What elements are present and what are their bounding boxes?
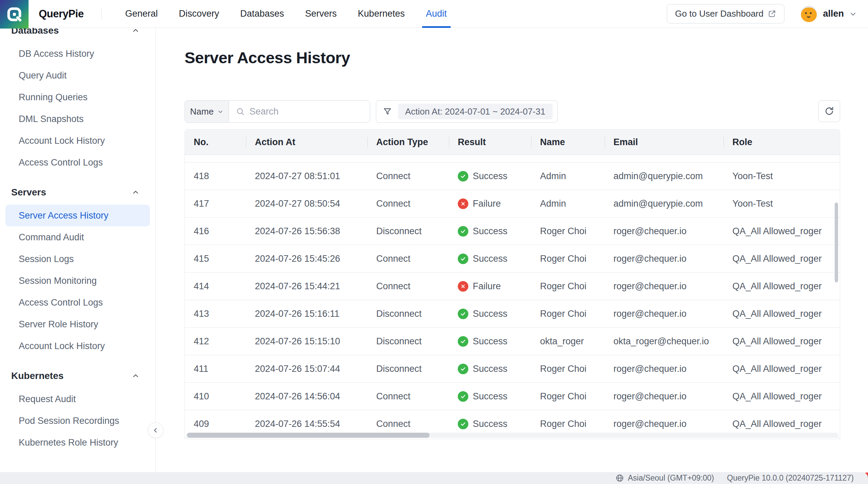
status-bar: Asia/Seoul (GMT+09:00) QueryPie 10.0.0 (…	[0, 472, 868, 484]
cell-action-at: 2024-07-26 15:07:44	[246, 364, 367, 374]
cell-email: admin@querypie.com	[605, 171, 724, 182]
cell-no: 416	[185, 226, 246, 237]
cell-name: Admin	[531, 198, 605, 209]
nav-item-servers[interactable]: Servers	[295, 0, 347, 28]
sidebar-item-server-role-history[interactable]: Server Role History	[5, 313, 150, 335]
table-row[interactable]: 417 2024-07-27 08:50:54 Connect Failure …	[185, 190, 840, 218]
nav-item-general[interactable]: General	[115, 0, 168, 28]
cell-action-type: Connect	[367, 254, 449, 264]
sidebar-item-dml-snapshots[interactable]: DML Snapshots	[5, 108, 150, 130]
sidebar-item-running-queries[interactable]: Running Queries	[5, 86, 150, 108]
cell-action-type: Connect	[367, 419, 449, 429]
section-label: Kubernetes	[11, 370, 64, 381]
sidebar-section-databases-header[interactable]: Databases	[0, 28, 155, 38]
nav-right-cluster: Go to User Dashboard allen	[667, 4, 857, 23]
cell-name: okta_roger	[531, 336, 605, 347]
sidebar-item-account-lock-history[interactable]: Account Lock History	[5, 335, 150, 357]
result-badge	[458, 226, 468, 237]
cell-email: okta_roger@chequer.io	[605, 336, 724, 347]
cell-action-at: 2024-07-26 15:16:11	[246, 309, 367, 319]
success-check-icon	[460, 228, 466, 235]
table-row[interactable]: 414 2024-07-26 15:44:21 Connect Failure …	[185, 273, 840, 300]
table-row[interactable]: 410 2024-07-26 14:56:04 Connect Success …	[185, 383, 840, 410]
sidebar-item-db-access-history[interactable]: DB Access History	[5, 43, 150, 65]
timezone-group: Asia/Seoul (GMT+09:00)	[615, 473, 714, 483]
success-check-icon	[460, 421, 466, 427]
dashboard-button-label: Go to User Dashboard	[675, 8, 763, 19]
nav-item-databases[interactable]: Databases	[230, 0, 295, 28]
search-group: Name	[185, 100, 370, 123]
result-label: Failure	[473, 198, 501, 209]
column-header-email: Email	[605, 129, 724, 155]
section-label: Servers	[11, 187, 46, 198]
success-check-icon	[460, 366, 466, 372]
avatar[interactable]	[801, 6, 817, 22]
cell-action-at: 2024-07-26 14:55:54	[246, 419, 367, 429]
result-badge	[458, 281, 468, 292]
cell-name: Admin	[531, 171, 605, 182]
search-input[interactable]	[249, 106, 370, 117]
sidebar-item-query-audit[interactable]: Query Audit	[5, 65, 150, 86]
version-label: QueryPie 10.0.0 (20240725-171127)	[727, 473, 854, 483]
sidebar-section-kubernetes-header[interactable]: Kubernetes	[0, 368, 155, 383]
cell-name: Roger Choi	[531, 391, 605, 402]
cell-email: roger@chequer.io	[605, 309, 724, 319]
cell-no: 410	[185, 391, 246, 402]
result-label: Success	[473, 391, 507, 402]
sidebar-item-access-control-logs[interactable]: Access Control Logs	[5, 152, 150, 173]
column-header-action-type: Action Type	[367, 129, 449, 155]
table-row[interactable]: 412 2024-07-26 15:15:10 Disconnect Succe…	[185, 328, 840, 355]
cell-name: Roger Choi	[531, 226, 605, 237]
sidebar-item-session-logs[interactable]: Session Logs	[5, 248, 150, 270]
sidebar-item-server-access-history[interactable]: Server Access History	[5, 205, 150, 226]
success-check-icon	[460, 311, 466, 317]
chevron-left-icon	[152, 426, 160, 434]
nav-item-discovery[interactable]: Discovery	[168, 0, 230, 28]
chevron-down-icon[interactable]	[849, 10, 857, 18]
result-label: Success	[473, 336, 507, 347]
sidebar-item-kubernetes-role-history[interactable]: Kubernetes Role History	[5, 432, 150, 453]
sidebar-section-servers-header[interactable]: Servers	[0, 185, 155, 200]
sidebar-section-databases: Databases DB Access History Query Audit …	[0, 28, 155, 173]
table-row[interactable]: 413 2024-07-26 15:16:11 Disconnect Succe…	[185, 300, 840, 328]
cell-email: admin@querypie.com	[605, 198, 724, 209]
sidebar-item-command-audit[interactable]: Command Audit	[5, 226, 150, 248]
section-label: Databases	[11, 28, 59, 36]
result-label: Success	[473, 309, 507, 319]
go-to-user-dashboard-button[interactable]: Go to User Dashboard	[667, 4, 784, 23]
search-icon	[236, 107, 245, 116]
sidebar-item-account-lock-history[interactable]: Account Lock History	[5, 130, 150, 152]
external-link-icon	[768, 10, 776, 18]
filter-funnel-icon[interactable]	[383, 107, 392, 116]
vertical-scrollbar[interactable]	[835, 203, 838, 282]
partially-scrolled-row	[185, 155, 840, 162]
cell-result: Failure	[449, 281, 531, 292]
horizontal-scrollbar[interactable]	[187, 433, 430, 438]
cell-no: 409	[185, 419, 246, 429]
sidebar-collapse-button[interactable]	[148, 422, 163, 438]
success-check-icon	[460, 173, 466, 179]
sidebar-item-request-audit[interactable]: Request Audit	[5, 388, 150, 410]
result-badge	[458, 309, 468, 319]
cell-result: Success	[449, 171, 531, 182]
sidebar-item-session-monitoring[interactable]: Session Monitoring	[5, 270, 150, 292]
result-label: Success	[473, 226, 507, 237]
table-row[interactable]: 411 2024-07-26 15:07:44 Disconnect Succe…	[185, 355, 840, 383]
result-badge	[458, 364, 468, 374]
querypie-logo[interactable]	[0, 0, 29, 29]
table-row[interactable]: 416 2024-07-26 15:56:38 Disconnect Succe…	[185, 218, 840, 245]
table-row[interactable]: 418 2024-07-27 08:51:01 Connect Success …	[185, 162, 840, 190]
refresh-button[interactable]	[818, 100, 840, 122]
avatar-face	[801, 7, 817, 22]
nav-item-kubernetes[interactable]: Kubernetes	[347, 0, 415, 28]
sidebar-item-pod-session-recordings[interactable]: Pod Session Recordings	[5, 410, 150, 432]
action-at-filter-chip[interactable]: Action At: 2024-07-01 ~ 2024-07-31	[398, 104, 553, 119]
cell-email: roger@chequer.io	[605, 281, 724, 292]
sidebar-item-access-control-logs[interactable]: Access Control Logs	[5, 292, 150, 313]
nav-item-audit[interactable]: Audit	[415, 0, 457, 28]
cell-result: Success	[449, 364, 531, 374]
result-label: Success	[473, 419, 507, 429]
search-field-select[interactable]: Name	[185, 101, 229, 122]
globe-icon	[615, 474, 624, 482]
table-row[interactable]: 415 2024-07-26 15:45:26 Connect Success …	[185, 245, 840, 273]
